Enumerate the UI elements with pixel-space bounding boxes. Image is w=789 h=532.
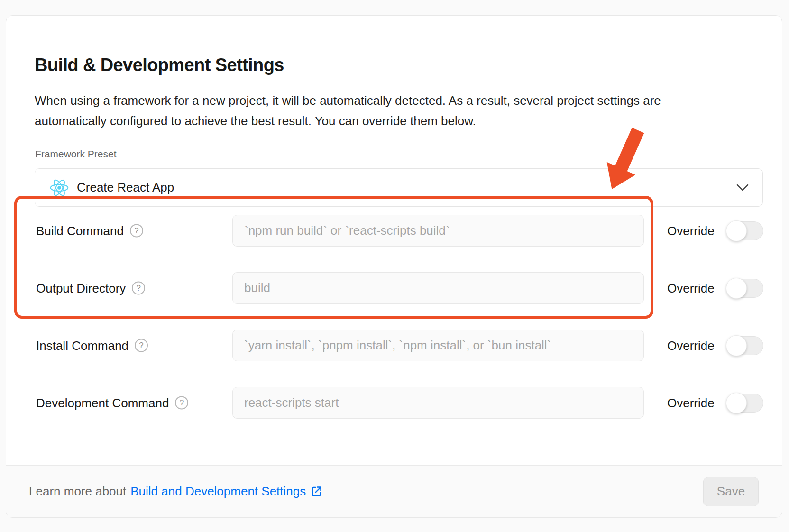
override-label: Override	[667, 338, 715, 353]
framework-preset-select[interactable]: Create React App	[35, 168, 763, 207]
save-button[interactable]: Save	[703, 477, 759, 506]
external-link-icon	[310, 485, 323, 498]
install-command-label: Install Command	[36, 338, 128, 353]
override-toggle[interactable]	[726, 336, 763, 355]
override-toggle[interactable]	[726, 221, 763, 240]
help-glyph: ?	[139, 341, 143, 350]
learn-more-text: Learn more about Build and Development S…	[29, 484, 323, 499]
help-glyph: ?	[180, 398, 184, 408]
question-mark-icon[interactable]: ?	[175, 396, 188, 410]
override-label: Override	[667, 395, 715, 410]
toggle-knob	[726, 220, 747, 241]
output-directory-input[interactable]	[232, 272, 644, 304]
learn-more-prefix: Learn more about	[29, 484, 126, 499]
selected-framework-value: Create React App	[77, 180, 174, 195]
build-command-row: Build Command ? Override	[36, 215, 765, 247]
build-command-input[interactable]	[232, 215, 644, 247]
toggle-knob	[726, 393, 747, 413]
link-label: Build and Development Settings	[130, 484, 306, 499]
chevron-down-icon	[736, 183, 749, 192]
help-glyph: ?	[137, 284, 141, 293]
help-glyph: ?	[134, 226, 138, 236]
toggle-knob	[726, 335, 747, 356]
output-directory-row: Output Directory ? Override	[36, 272, 765, 304]
description-line-1: When using a framework for a new project…	[35, 91, 713, 111]
override-label: Override	[667, 281, 715, 295]
development-command-input[interactable]	[232, 387, 644, 419]
description-line-2: automatically configured to achieve the …	[35, 111, 713, 131]
override-toggle[interactable]	[726, 279, 763, 298]
build-settings-docs-link[interactable]: Build and Development Settings	[130, 484, 323, 499]
toggle-knob	[726, 278, 747, 299]
output-directory-label: Output Directory	[36, 281, 126, 295]
install-command-row: Install Command ? Override	[36, 330, 765, 361]
install-command-input[interactable]	[232, 330, 644, 361]
development-command-row: Development Command ? Override	[36, 387, 765, 419]
build-command-label: Build Command	[36, 223, 124, 238]
framework-preset-label: Framework Preset	[35, 148, 117, 160]
card-footer: Learn more about Build and Development S…	[6, 465, 782, 517]
override-label: Override	[667, 223, 715, 238]
question-mark-icon[interactable]: ?	[130, 224, 143, 238]
question-mark-icon[interactable]: ?	[135, 339, 148, 352]
development-command-label: Development Command	[36, 395, 169, 410]
section-description: When using a framework for a new project…	[35, 91, 713, 131]
question-mark-icon[interactable]: ?	[132, 282, 145, 295]
page-title: Build & Development Settings	[35, 55, 284, 75]
override-toggle[interactable]	[726, 394, 763, 413]
settings-card: Build & Development Settings When using …	[6, 15, 782, 518]
react-logo-icon	[50, 178, 69, 197]
